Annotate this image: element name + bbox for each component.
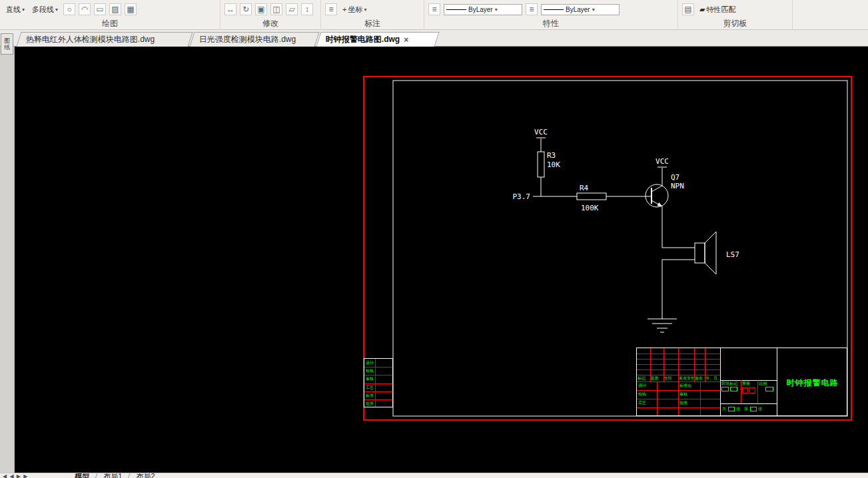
coordinate-button[interactable]: + 坐标 ▾ <box>340 3 368 16</box>
tab-layout1[interactable]: 布局1 <box>103 473 122 478</box>
dimension-tool-icon[interactable]: ≡ <box>325 3 337 15</box>
match-properties-label: 特性匹配 <box>706 5 735 15</box>
file-tab-clock-alarm[interactable]: 时钟报警电路图.dwg × <box>316 32 439 47</box>
signature-table: 设计 校核 审核 工艺 标准 批准 <box>364 358 393 407</box>
hatch-tool-icon[interactable]: ▨ <box>109 3 121 15</box>
linetype-value: ByLayer <box>468 6 493 13</box>
ribbon-panel-draw: 直线 ▾ 多段线 ▾ ○ ◠ ▭ ▨ ▦ 绘图 <box>0 0 220 30</box>
coordinate-button-label: 坐标 <box>348 5 362 15</box>
polyline-button[interactable]: 多段线 ▾ <box>30 3 60 16</box>
rotate-tool-icon[interactable]: ↻ <box>240 3 252 15</box>
lineweight-select[interactable]: ByLayer ▾ <box>541 4 620 15</box>
file-tab-label: 日光强度检测模块电路.dwg <box>199 34 296 45</box>
stage-mark-label: 阶段标记 <box>721 381 740 386</box>
scale-label: 比例 <box>759 381 775 386</box>
copy-tool-icon[interactable]: ▣ <box>255 3 267 15</box>
scale-value-box <box>765 387 773 391</box>
rectangle-tool-icon[interactable]: ▭ <box>94 3 106 15</box>
panel-label-annotate[interactable]: 标注 <box>321 18 424 29</box>
lineweight-swatch-icon <box>544 9 564 10</box>
panel-label-draw[interactable]: 绘图 <box>0 18 220 29</box>
sheet-number-label: 第 <box>744 406 748 411</box>
arc-tool-icon[interactable]: ◠ <box>79 3 91 15</box>
mirror-tool-icon[interactable]: ◫ <box>270 3 282 15</box>
p37-net-label: P3.7 <box>513 192 531 201</box>
match-properties-button[interactable]: ▰ 特性匹配 <box>697 3 737 16</box>
role-label: 标准化 <box>679 383 699 388</box>
tab-separator <box>127 473 131 478</box>
signature-row-label: 标准 <box>366 393 374 398</box>
chevron-down-icon: ▾ <box>364 7 366 13</box>
sheet-total-box <box>728 407 735 411</box>
role-label: 校核 <box>638 391 655 397</box>
close-icon[interactable]: × <box>404 35 408 45</box>
lineweight-icon[interactable]: ≡ <box>526 3 538 15</box>
role-label: 设计 <box>638 383 655 388</box>
sheet-set-palette-tab[interactable]: 图 纸 <box>1 33 13 55</box>
paste-tool-icon[interactable]: ▤ <box>682 3 694 15</box>
r3-value-label: 10K <box>547 160 560 169</box>
circle-tool-icon[interactable]: ○ <box>63 3 75 15</box>
lineweight-value: ByLayer <box>566 6 590 13</box>
change-header-cell: 处数 <box>651 375 663 381</box>
layout-nav-arrows[interactable]: ◀ ◀ ▶ ▶ <box>3 473 28 478</box>
ls7-ref-label: LS7 <box>726 250 739 259</box>
stage-mark-box <box>730 387 737 391</box>
signature-row-label: 审核 <box>366 376 374 381</box>
panel-label-clipboard[interactable]: 剪切板 <box>678 18 792 29</box>
role-label: 批准 <box>679 400 699 405</box>
scale-tool-icon[interactable]: ↕ <box>301 3 313 15</box>
erase-tool-icon[interactable]: ▱ <box>286 3 298 15</box>
linetype-icon[interactable]: ≡ <box>428 3 440 15</box>
drawing-viewport[interactable]: VCC R3 10K P3.7 R4 100K VCC Q7 NPN LS7 设… <box>15 47 868 473</box>
signature-row-label: 批准 <box>366 401 374 406</box>
q7-ref-label: Q7 <box>671 173 679 182</box>
ribbon-panel-clipboard: ▤ ▰ 特性匹配 剪切板 <box>678 0 793 30</box>
line-button-label: 直线 <box>6 5 21 15</box>
tab-layout2[interactable]: 布局2 <box>136 473 155 478</box>
weight-label: 重量 <box>742 381 757 386</box>
layout-tab-bar: ◀ ◀ ▶ ▶ 模型 布局1 布局2 <box>0 473 868 478</box>
line-button[interactable]: 直线 ▾ <box>4 3 27 16</box>
linetype-swatch-icon <box>446 9 466 10</box>
ribbon-panel-properties: ≡ ByLayer ▾ ≡ ByLayer ▾ 特性 <box>424 0 678 30</box>
file-tab-light-module[interactable]: 日光强度检测模块电路.dwg <box>189 32 319 47</box>
stage-mark-box <box>721 387 729 391</box>
weight-value-box <box>742 387 748 393</box>
match-properties-brush-icon: ▰ <box>699 5 705 14</box>
sheet-unit-label: 张 <box>736 406 740 411</box>
ribbon: 直线 ▾ 多段线 ▾ ○ ◠ ▭ ▨ ▦ 绘图 ↔ ↻ ▣ ◫ <box>0 0 868 30</box>
chevron-down-icon: ▾ <box>592 7 595 13</box>
file-tab-bar: 热释电红外人体检测模块电路图.dwg 日光强度检测模块电路.dwg 时钟报警电路… <box>0 30 868 47</box>
tab-model[interactable]: 模型 <box>75 473 89 478</box>
linetype-select[interactable]: ByLayer ▾ <box>444 4 522 15</box>
region-tool-icon[interactable]: ▦ <box>125 3 137 15</box>
signature-row-label: 设计 <box>366 360 374 365</box>
palette-tab-char: 纸 <box>4 44 10 51</box>
change-header-cell: 标记 <box>638 375 650 381</box>
change-header-cell: 分区 <box>664 375 677 381</box>
polyline-button-label: 多段线 <box>32 5 54 15</box>
file-tab-pir-module[interactable]: 热释电红外人体检测模块电路图.dwg <box>16 32 193 47</box>
panel-label-properties[interactable]: 特性 <box>424 18 677 29</box>
panel-label-modify[interactable]: 修改 <box>220 18 320 29</box>
cad-application-window: 直线 ▾ 多段线 ▾ ○ ◠ ▭ ▨ ▦ 绘图 ↔ ↻ ▣ ◫ <box>0 0 868 478</box>
r4-ref-label: R4 <box>580 184 589 192</box>
sheet-unit-label: 张 <box>758 406 762 411</box>
ribbon-panel-annotate: ≡ + 坐标 ▾ 标注 <box>321 0 424 30</box>
vcc-label-r3: VCC <box>534 128 548 136</box>
change-header-cell: 年、月、日 <box>705 375 719 381</box>
weight-value-box <box>749 387 755 393</box>
tab-separator <box>95 473 98 478</box>
drawing-title: 时钟报警电路 <box>778 377 847 389</box>
signature-row-label: 工艺 <box>366 385 374 390</box>
move-tool-icon[interactable]: ↔ <box>224 3 236 15</box>
signature-row-label: 校核 <box>366 368 374 373</box>
change-header-cell: 签名 <box>695 375 704 381</box>
vcc-label-q7: VCC <box>655 157 669 166</box>
r3-ref-label: R3 <box>547 151 556 160</box>
role-label: 审核 <box>679 391 699 397</box>
ribbon-panel-modify: ↔ ↻ ▣ ◫ ▱ ↕ 修改 <box>220 0 321 30</box>
chevron-down-icon: ▾ <box>22 7 25 13</box>
change-header-cell: 更改文件号 <box>679 375 693 381</box>
